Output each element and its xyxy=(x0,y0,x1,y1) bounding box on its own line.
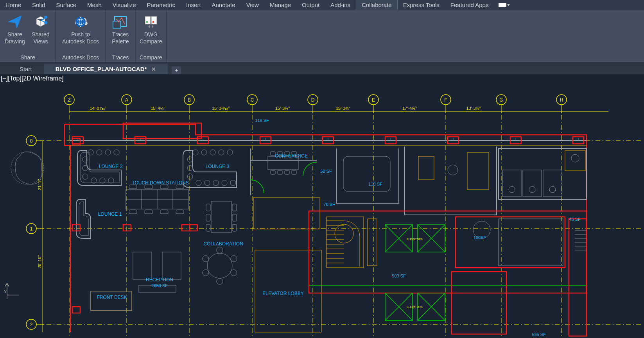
share-drawing-button[interactable]: ShareDrawing xyxy=(3,12,27,54)
menu-item-parametric[interactable]: Parametric xyxy=(142,0,181,10)
plus-icon: ＋ xyxy=(174,67,179,74)
svg-point-96 xyxy=(91,178,97,183)
svg-rect-144 xyxy=(91,291,132,311)
svg-rect-199 xyxy=(499,219,563,266)
svg-text:70 SF: 70 SF xyxy=(323,202,335,207)
svg-text:COLLABORATION: COLLABORATION xyxy=(203,241,243,247)
drawing-canvas[interactable]: ZABCDEFGH14'-0⁷⁄₁₆"15'-4¼"15'-3¹³⁄₁₆"15'… xyxy=(0,74,644,338)
ribbon-group-title: Autodesk Docs xyxy=(59,54,102,62)
globe-cloud-icon xyxy=(72,13,89,30)
svg-text:Z: Z xyxy=(68,97,70,103)
menu-item-add-ins[interactable]: Add-ins xyxy=(325,0,356,10)
svg-rect-196 xyxy=(368,219,377,266)
svg-text:I: I xyxy=(578,137,579,141)
menu-item-insert[interactable]: Insert xyxy=(181,0,206,10)
svg-point-103 xyxy=(227,150,233,155)
ribbon-group-title: Compare xyxy=(139,54,163,62)
dwg-compare-button[interactable]: DWGCompare xyxy=(139,12,163,54)
svg-text:15'-3¾": 15'-3¾" xyxy=(275,106,290,111)
svg-point-166 xyxy=(549,186,556,193)
shared-views-label: SharedViews xyxy=(32,31,49,45)
menu-item-collaborate[interactable]: Collaborate xyxy=(356,0,398,10)
svg-text:I: I xyxy=(140,137,141,141)
svg-point-110 xyxy=(222,180,227,186)
svg-point-91 xyxy=(105,150,111,155)
ribbon: ShareDrawing SharedViews Share Push toAu… xyxy=(0,10,644,63)
svg-text:1: 1 xyxy=(30,226,33,232)
push-to-autodesk-docs-button[interactable]: Push toAutodesk Docs xyxy=(59,12,102,54)
menu-item-visualize[interactable]: Visualize xyxy=(107,0,142,10)
svg-text:14'-0⁷⁄₁₆": 14'-0⁷⁄₁₆" xyxy=(90,106,106,111)
svg-text:LOUNGE 3: LOUNGE 3 xyxy=(206,164,230,169)
traces-palette-button[interactable]: TracesPalette xyxy=(109,12,132,54)
menu-item-view[interactable]: View xyxy=(241,0,264,10)
compare-label: DWGCompare xyxy=(140,31,162,45)
tab-active-drawing[interactable]: BLVD OFFICE_PLAN-AUTOCAD* ✕ xyxy=(44,64,168,74)
svg-text:500 SF: 500 SF xyxy=(392,274,406,278)
compare-icon xyxy=(143,13,159,30)
svg-text:ELEVATORS: ELEVATORS xyxy=(407,306,423,308)
svg-text:15'-4¼": 15'-4¼" xyxy=(151,106,165,111)
svg-point-101 xyxy=(210,150,215,155)
svg-rect-7 xyxy=(151,16,157,24)
svg-rect-156 xyxy=(343,156,390,191)
svg-point-92 xyxy=(114,150,119,155)
menu-item-express-tools[interactable]: Express Tools xyxy=(398,0,445,10)
svg-text:13'-3⅜": 13'-3⅜" xyxy=(466,106,481,111)
drawing-viewport[interactable]: [−][Top][2D Wireframe] ZABCDEFGH14'-0⁷⁄₁… xyxy=(0,74,644,338)
menu-item-featured-apps[interactable]: Featured Apps xyxy=(445,0,494,10)
shared-views-button[interactable]: SharedViews xyxy=(29,12,52,54)
tab-start[interactable]: Start xyxy=(8,64,44,74)
svg-text:LOUNGE 2: LOUNGE 2 xyxy=(99,164,123,169)
svg-rect-147 xyxy=(271,170,275,174)
traces-icon xyxy=(112,13,129,30)
svg-text:2650 SF: 2650 SF xyxy=(151,283,168,288)
svg-rect-133 xyxy=(211,201,231,232)
svg-text:I: I xyxy=(515,137,516,141)
close-icon[interactable]: ✕ xyxy=(151,66,156,72)
svg-text:F: F xyxy=(444,97,447,103)
menu-item-solid[interactable]: Solid xyxy=(27,0,50,10)
svg-point-94 xyxy=(83,165,88,171)
menu-item-surface[interactable]: Surface xyxy=(50,0,82,10)
ribbon-group-compare: DWGCompare Compare xyxy=(136,10,167,62)
svg-point-111 xyxy=(230,180,236,186)
svg-text:118 SF: 118 SF xyxy=(255,118,269,123)
svg-rect-136 xyxy=(206,214,210,221)
paper-plane-icon xyxy=(7,13,23,30)
svg-point-97 xyxy=(100,178,105,183)
svg-rect-138 xyxy=(206,224,210,231)
svg-point-105 xyxy=(187,165,193,171)
svg-text:FRONT DESK: FRONT DESK xyxy=(97,295,127,300)
new-tab-button[interactable]: ＋ xyxy=(172,66,181,74)
menu-item-home[interactable]: Home xyxy=(0,0,27,10)
svg-rect-6 xyxy=(145,16,151,24)
ribbon-group-title: Share xyxy=(3,54,52,62)
svg-rect-135 xyxy=(232,204,237,211)
svg-text:17'-4⅛": 17'-4⅛" xyxy=(402,106,417,111)
ribbon-group-share: ShareDrawing SharedViews Share xyxy=(0,10,56,62)
tab-label: BLVD OFFICE_PLAN-AUTOCAD* xyxy=(56,66,147,72)
cube-share-icon xyxy=(32,13,49,30)
svg-point-164 xyxy=(529,186,535,193)
menu-item-manage[interactable]: Manage xyxy=(264,0,296,10)
ribbon-group-traces: TracesPalette Traces xyxy=(106,10,136,62)
svg-rect-200 xyxy=(569,219,587,336)
svg-text:2: 2 xyxy=(30,322,33,327)
menu-item-annotate[interactable]: Annotate xyxy=(206,0,241,10)
svg-text:G: G xyxy=(499,97,503,103)
menu-item-output[interactable]: Output xyxy=(296,0,325,10)
svg-rect-160 xyxy=(499,148,587,199)
menu-item-mesh[interactable]: Mesh xyxy=(82,0,107,10)
ribbon-group-autodesk-docs: Push toAutodesk Docs Autodesk Docs xyxy=(56,10,106,62)
svg-text:E: E xyxy=(372,97,375,103)
svg-rect-141 xyxy=(162,252,181,279)
svg-point-106 xyxy=(187,174,193,179)
svg-point-162 xyxy=(509,186,515,193)
menu-dropdown-icon[interactable] xyxy=(499,3,510,7)
svg-rect-157 xyxy=(418,156,434,180)
svg-text:RECEPTION: RECEPTION xyxy=(146,277,173,283)
svg-rect-201 xyxy=(452,272,506,334)
svg-text:LOUNGE 1: LOUNGE 1 xyxy=(98,211,122,217)
svg-rect-125 xyxy=(176,210,184,214)
